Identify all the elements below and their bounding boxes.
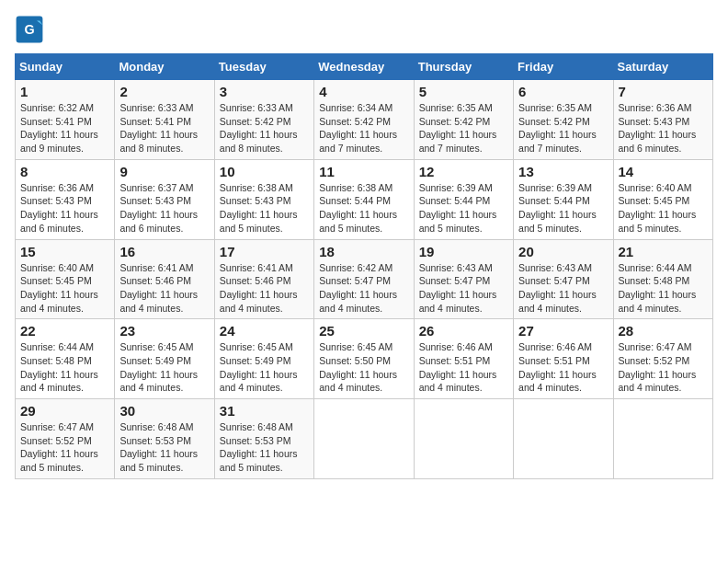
day-info: Sunrise: 6:39 AM Sunset: 5:44 PM Dayligh… [518,181,608,236]
day-info: Sunrise: 6:36 AM Sunset: 5:43 PM Dayligh… [20,181,109,236]
col-header-wednesday: Wednesday [314,54,414,80]
day-number: 25 [319,323,408,339]
week-row-1: 1Sunrise: 6:32 AM Sunset: 5:41 PM Daylig… [16,80,713,160]
day-number: 15 [20,244,109,259]
calendar-cell: 13Sunrise: 6:39 AM Sunset: 5:44 PM Dayli… [514,159,613,239]
day-info: Sunrise: 6:45 AM Sunset: 5:50 PM Dayligh… [319,340,408,395]
calendar-cell: 27Sunrise: 6:46 AM Sunset: 5:51 PM Dayli… [514,319,613,399]
calendar-cell [314,399,414,479]
day-info: Sunrise: 6:34 AM Sunset: 5:42 PM Dayligh… [319,101,408,155]
day-number: 22 [20,323,109,339]
calendar-cell: 26Sunrise: 6:46 AM Sunset: 5:51 PM Dayli… [414,319,513,399]
day-info: Sunrise: 6:32 AM Sunset: 5:41 PM Dayligh… [20,101,109,155]
calendar-cell: 30Sunrise: 6:48 AM Sunset: 5:53 PM Dayli… [115,399,214,479]
day-number: 12 [419,164,508,179]
calendar-cell: 23Sunrise: 6:45 AM Sunset: 5:49 PM Dayli… [115,319,214,399]
header: G [15,15,713,44]
calendar-cell: 21Sunrise: 6:44 AM Sunset: 5:48 PM Dayli… [613,239,712,319]
calendar-cell: 19Sunrise: 6:43 AM Sunset: 5:47 PM Dayli… [414,239,513,319]
day-info: Sunrise: 6:33 AM Sunset: 5:42 PM Dayligh… [220,101,309,155]
day-info: Sunrise: 6:35 AM Sunset: 5:42 PM Dayligh… [518,101,608,155]
day-number: 16 [119,244,209,259]
calendar-cell: 5Sunrise: 6:35 AM Sunset: 5:42 PM Daylig… [414,80,513,160]
col-header-monday: Monday [115,54,214,80]
week-row-2: 8Sunrise: 6:36 AM Sunset: 5:43 PM Daylig… [16,159,713,239]
week-row-5: 29Sunrise: 6:47 AM Sunset: 5:52 PM Dayli… [16,399,713,479]
day-number: 28 [619,323,708,339]
logo-icon: G [15,15,44,44]
day-number: 6 [518,84,608,99]
day-number: 5 [419,84,508,99]
calendar-cell: 11Sunrise: 6:38 AM Sunset: 5:44 PM Dayli… [314,159,414,239]
logo: G [15,15,48,44]
day-number: 7 [619,84,708,99]
day-number: 29 [20,403,109,419]
calendar-cell: 14Sunrise: 6:40 AM Sunset: 5:45 PM Dayli… [613,159,712,239]
week-row-3: 15Sunrise: 6:40 AM Sunset: 5:45 PM Dayli… [16,239,713,319]
day-number: 17 [220,244,309,259]
day-number: 10 [220,164,309,179]
day-number: 18 [319,244,408,259]
day-info: Sunrise: 6:48 AM Sunset: 5:53 PM Dayligh… [220,420,309,475]
svg-text:G: G [24,22,34,37]
day-info: Sunrise: 6:47 AM Sunset: 5:52 PM Dayligh… [619,340,708,395]
day-info: Sunrise: 6:37 AM Sunset: 5:43 PM Dayligh… [119,181,209,236]
day-info: Sunrise: 6:33 AM Sunset: 5:41 PM Dayligh… [119,101,209,155]
calendar-cell: 16Sunrise: 6:41 AM Sunset: 5:46 PM Dayli… [115,239,214,319]
day-info: Sunrise: 6:40 AM Sunset: 5:45 PM Dayligh… [20,261,109,316]
day-info: Sunrise: 6:38 AM Sunset: 5:43 PM Dayligh… [220,181,309,236]
calendar-cell: 4Sunrise: 6:34 AM Sunset: 5:42 PM Daylig… [314,80,414,160]
day-number: 23 [119,323,209,339]
day-number: 14 [619,164,708,179]
calendar-cell [414,399,513,479]
day-number: 30 [119,403,209,419]
calendar-cell: 15Sunrise: 6:40 AM Sunset: 5:45 PM Dayli… [16,239,115,319]
day-number: 20 [518,244,608,259]
day-info: Sunrise: 6:36 AM Sunset: 5:43 PM Dayligh… [619,101,708,155]
calendar-cell: 29Sunrise: 6:47 AM Sunset: 5:52 PM Dayli… [16,399,115,479]
day-number: 24 [220,323,309,339]
week-row-4: 22Sunrise: 6:44 AM Sunset: 5:48 PM Dayli… [16,319,713,399]
calendar-cell: 24Sunrise: 6:45 AM Sunset: 5:49 PM Dayli… [214,319,313,399]
calendar-cell: 31Sunrise: 6:48 AM Sunset: 5:53 PM Dayli… [214,399,313,479]
day-number: 31 [220,403,309,419]
day-info: Sunrise: 6:41 AM Sunset: 5:46 PM Dayligh… [119,261,209,316]
calendar-cell: 10Sunrise: 6:38 AM Sunset: 5:43 PM Dayli… [214,159,313,239]
day-number: 26 [419,323,508,339]
col-header-saturday: Saturday [613,54,712,80]
day-number: 2 [119,84,209,99]
day-info: Sunrise: 6:41 AM Sunset: 5:46 PM Dayligh… [220,261,309,316]
day-info: Sunrise: 6:38 AM Sunset: 5:44 PM Dayligh… [319,181,408,236]
calendar-cell: 25Sunrise: 6:45 AM Sunset: 5:50 PM Dayli… [314,319,414,399]
calendar-cell: 12Sunrise: 6:39 AM Sunset: 5:44 PM Dayli… [414,159,513,239]
col-header-sunday: Sunday [16,54,115,80]
day-info: Sunrise: 6:43 AM Sunset: 5:47 PM Dayligh… [518,261,608,316]
col-header-tuesday: Tuesday [214,54,313,80]
day-number: 13 [518,164,608,179]
day-number: 27 [518,323,608,339]
day-number: 1 [20,84,109,99]
day-number: 8 [20,164,109,179]
day-info: Sunrise: 6:47 AM Sunset: 5:52 PM Dayligh… [20,420,109,475]
calendar-cell [514,399,613,479]
day-info: Sunrise: 6:43 AM Sunset: 5:47 PM Dayligh… [419,261,508,316]
day-number: 3 [220,84,309,99]
calendar-cell: 18Sunrise: 6:42 AM Sunset: 5:47 PM Dayli… [314,239,414,319]
calendar-table: SundayMondayTuesdayWednesdayThursdayFrid… [15,53,713,479]
calendar-cell: 6Sunrise: 6:35 AM Sunset: 5:42 PM Daylig… [514,80,613,160]
day-info: Sunrise: 6:44 AM Sunset: 5:48 PM Dayligh… [20,340,109,395]
calendar-cell: 22Sunrise: 6:44 AM Sunset: 5:48 PM Dayli… [16,319,115,399]
day-number: 11 [319,164,408,179]
day-number: 19 [419,244,508,259]
calendar-cell: 8Sunrise: 6:36 AM Sunset: 5:43 PM Daylig… [16,159,115,239]
day-number: 9 [119,164,209,179]
day-number: 21 [619,244,708,259]
day-info: Sunrise: 6:45 AM Sunset: 5:49 PM Dayligh… [220,340,309,395]
calendar-cell: 28Sunrise: 6:47 AM Sunset: 5:52 PM Dayli… [613,319,712,399]
day-info: Sunrise: 6:39 AM Sunset: 5:44 PM Dayligh… [419,181,508,236]
calendar-cell: 7Sunrise: 6:36 AM Sunset: 5:43 PM Daylig… [613,80,712,160]
calendar-cell: 20Sunrise: 6:43 AM Sunset: 5:47 PM Dayli… [514,239,613,319]
col-header-friday: Friday [514,54,613,80]
day-info: Sunrise: 6:48 AM Sunset: 5:53 PM Dayligh… [119,420,209,475]
day-info: Sunrise: 6:46 AM Sunset: 5:51 PM Dayligh… [518,340,608,395]
